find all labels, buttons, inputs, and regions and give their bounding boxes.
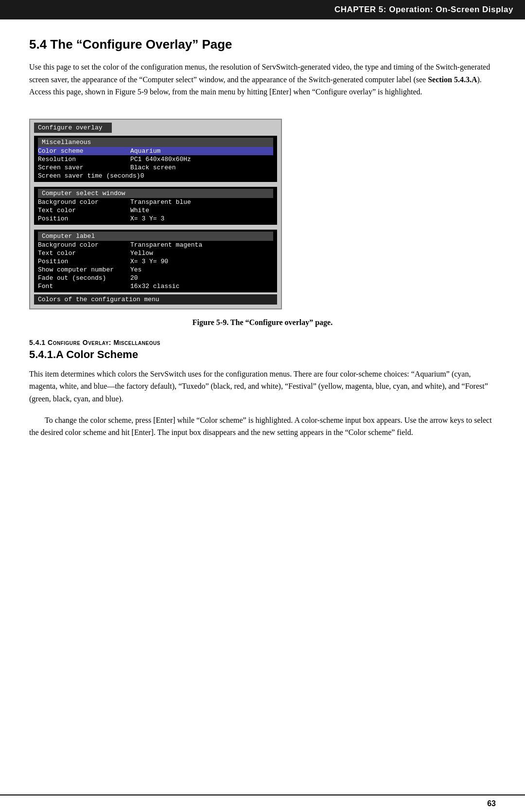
- osd-fade-out-row: Fade out (seconds) 20: [38, 274, 273, 282]
- osd-computer-select-header: Computer select window: [38, 189, 273, 198]
- osd-text-color-label: Text color: [38, 207, 130, 214]
- section-title: 5.4 The “Configure Overlay” Page: [29, 37, 496, 52]
- osd-computer-label-section: Computer label Background color Transpar…: [34, 230, 277, 292]
- osd-screen-saver-row: Screen saver Black screen: [38, 163, 273, 172]
- osd-fade-out-value: 20: [130, 274, 138, 282]
- osd-font-value: 16x32 classic: [130, 283, 179, 290]
- osd-font-label: Font: [38, 283, 130, 290]
- osd-cl-bg-color-row: Background color Transparent magenta: [38, 241, 273, 249]
- intro-paragraph: Use this page to set the color of the co…: [29, 61, 496, 98]
- figure-container: Configure overlay Miscellaneous Color sc…: [29, 107, 496, 313]
- osd-title-bar: Configure overlay: [34, 123, 112, 133]
- subsection-para1: This item determines which colors the Se…: [29, 368, 496, 405]
- osd-show-computer-number-row: Show computer number Yes: [38, 266, 273, 274]
- osd-cl-text-color-label: Text color: [38, 250, 130, 257]
- subsection-header-large: 5.4.1.A Color Scheme: [29, 348, 496, 361]
- osd-bottom-bar: Colors of the configuration menu: [34, 294, 277, 305]
- subsection-para2: To change the color scheme, press [Enter…: [29, 414, 496, 439]
- osd-screen-saver-time-value: 0: [140, 172, 144, 180]
- osd-bg-color-value: Transparent blue: [130, 198, 191, 206]
- page-content: 5.4 The “Configure Overlay” Page Use thi…: [0, 19, 525, 477]
- osd-cl-position-value: X= 3 Y= 90: [130, 258, 168, 265]
- osd-fade-out-label: Fade out (seconds): [38, 274, 130, 282]
- osd-misc-header: Miscellaneous: [38, 138, 273, 147]
- osd-show-computer-number-label: Show computer number: [38, 266, 130, 273]
- osd-resolution-label: Resolution: [38, 156, 130, 163]
- osd-cl-bg-color-value: Transparent magenta: [130, 241, 202, 249]
- osd-cl-text-color-row: Text color Yellow: [38, 249, 273, 257]
- osd-screen-saver-label: Screen saver: [38, 164, 130, 171]
- osd-misc-section: Miscellaneous Color scheme Aquarium Reso…: [34, 136, 277, 182]
- osd-color-scheme-label: Color scheme: [38, 147, 130, 155]
- page-number: 63: [487, 799, 496, 808]
- osd-color-scheme-value: Aquarium: [130, 147, 160, 155]
- osd-screen: Configure overlay Miscellaneous Color sc…: [30, 120, 281, 308]
- osd-screen-saver-time-label: Screen saver time (seconds): [38, 172, 140, 180]
- osd-cl-position-row: Position X= 3 Y= 90: [38, 257, 273, 266]
- page-footer: 63: [0, 794, 525, 812]
- osd-cl-position-label: Position: [38, 258, 130, 265]
- osd-position-label: Position: [38, 215, 130, 222]
- osd-cl-text-color-value: Yellow: [130, 250, 153, 257]
- osd-position-value: X= 3 Y= 3: [130, 215, 164, 222]
- osd-screen-saver-time-row: Screen saver time (seconds) 0: [38, 172, 273, 180]
- osd-color-scheme-row: Color scheme Aquarium: [38, 147, 273, 155]
- osd-bg-color-label: Background color: [38, 198, 130, 206]
- osd-text-color-row: Text color White: [38, 206, 273, 215]
- figure-caption: Figure 5-9. The “Configure overlay” page…: [29, 318, 496, 327]
- osd-screen-saver-value: Black screen: [130, 164, 176, 171]
- osd-font-row: Font 16x32 classic: [38, 282, 273, 290]
- osd-resolution-value: PC1 640x480x60Hz: [130, 156, 191, 163]
- osd-show-computer-number-value: Yes: [130, 266, 141, 273]
- subsection-header-small: 5.4.1 Configure Overlay: Miscellaneous: [29, 339, 496, 346]
- chapter-header: CHAPTER 5: Operation: On-Screen Display: [0, 0, 525, 19]
- osd-position-row: Position X= 3 Y= 3: [38, 215, 273, 223]
- osd-computer-label-header: Computer label: [38, 232, 273, 241]
- osd-text-color-value: White: [130, 207, 149, 214]
- osd-computer-select-section: Computer select window Background color …: [34, 187, 277, 225]
- osd-bg-color-row: Background color Transparent blue: [38, 198, 273, 206]
- osd-resolution-row: Resolution PC1 640x480x60Hz: [38, 155, 273, 163]
- osd-cl-bg-color-label: Background color: [38, 241, 130, 249]
